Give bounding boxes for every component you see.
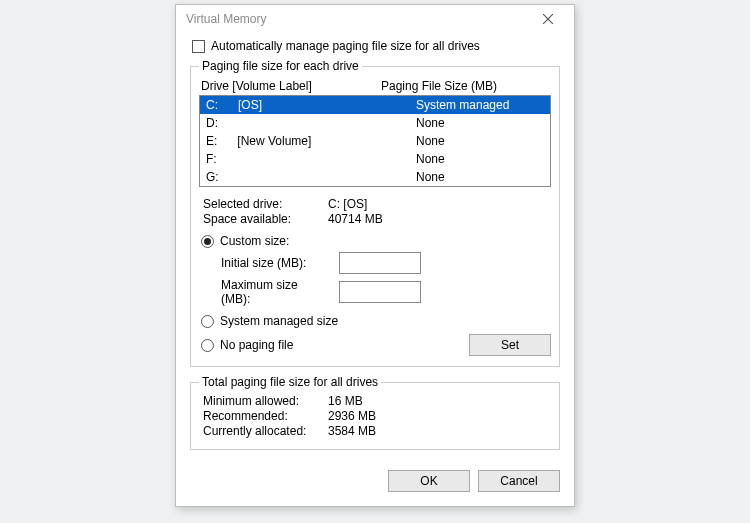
radio-none[interactable] xyxy=(201,339,214,352)
totals-legend: Total paging file size for all drives xyxy=(199,375,381,389)
recommended-value: 2936 MB xyxy=(328,409,551,423)
drive-row[interactable]: D: None xyxy=(200,114,550,132)
drive-label: E: [New Volume] xyxy=(206,133,416,149)
currently-allocated-label: Currently allocated: xyxy=(203,424,328,438)
initial-size-input[interactable] xyxy=(339,252,421,274)
close-icon xyxy=(543,14,553,24)
min-allowed-value: 16 MB xyxy=(328,394,551,408)
drive-label: D: xyxy=(206,115,416,131)
selected-drive-value: C: [OS] xyxy=(328,197,551,211)
currently-allocated-row: Currently allocated: 3584 MB xyxy=(203,424,551,438)
selected-drive-row: Selected drive: C: [OS] xyxy=(203,197,551,211)
radio-custom[interactable] xyxy=(201,235,214,248)
space-available-label: Space available: xyxy=(203,212,328,226)
max-size-input[interactable] xyxy=(339,281,421,303)
drive-size: System managed xyxy=(416,97,544,113)
radio-system-label: System managed size xyxy=(220,314,338,328)
radio-none-row[interactable]: No paging file xyxy=(201,338,293,352)
drive-size: None xyxy=(416,169,544,185)
space-available-row: Space available: 40714 MB xyxy=(203,212,551,226)
currently-allocated-value: 3584 MB xyxy=(328,424,551,438)
drive-size: None xyxy=(416,115,544,131)
titlebar: Virtual Memory xyxy=(176,5,574,33)
drive-row[interactable]: C: [OS]System managed xyxy=(200,96,550,114)
totals-group: Total paging file size for all drives Mi… xyxy=(190,375,560,450)
recommended-row: Recommended: 2936 MB xyxy=(203,409,551,423)
radio-none-label: No paging file xyxy=(220,338,293,352)
set-row: No paging file Set xyxy=(199,334,551,356)
drive-size: None xyxy=(416,133,544,149)
drives-legend: Paging file size for each drive xyxy=(199,59,362,73)
radio-system-row[interactable]: System managed size xyxy=(201,314,551,328)
radio-custom-row[interactable]: Custom size: xyxy=(201,234,551,248)
max-size-row: Maximum size (MB): xyxy=(221,278,551,306)
set-button[interactable]: Set xyxy=(469,334,551,356)
space-available-value: 40714 MB xyxy=(328,212,551,226)
header-size: Paging File Size (MB) xyxy=(381,79,551,93)
min-allowed-row: Minimum allowed: 16 MB xyxy=(203,394,551,408)
drive-label: G: xyxy=(206,169,416,185)
dialog-footer: OK Cancel xyxy=(176,470,574,506)
drive-size: None xyxy=(416,151,544,167)
drive-label: C: [OS] xyxy=(206,97,416,113)
virtual-memory-dialog: Virtual Memory Automatically manage pagi… xyxy=(175,4,575,507)
auto-manage-label: Automatically manage paging file size fo… xyxy=(211,39,480,53)
auto-manage-row[interactable]: Automatically manage paging file size fo… xyxy=(192,39,560,53)
max-size-label: Maximum size (MB): xyxy=(221,278,329,306)
drive-row[interactable]: F: None xyxy=(200,150,550,168)
recommended-label: Recommended: xyxy=(203,409,328,423)
window-title: Virtual Memory xyxy=(186,12,528,26)
drives-group: Paging file size for each drive Drive [V… xyxy=(190,59,560,367)
drive-label: F: xyxy=(206,151,416,167)
auto-manage-checkbox[interactable] xyxy=(192,40,205,53)
drive-list-header: Drive [Volume Label] Paging File Size (M… xyxy=(201,79,551,93)
drive-list[interactable]: C: [OS]System managedD: NoneE: [New Volu… xyxy=(199,95,551,187)
min-allowed-label: Minimum allowed: xyxy=(203,394,328,408)
drive-row[interactable]: G: None xyxy=(200,168,550,186)
ok-button[interactable]: OK xyxy=(388,470,470,492)
radio-system[interactable] xyxy=(201,315,214,328)
drive-row[interactable]: E: [New Volume]None xyxy=(200,132,550,150)
close-button[interactable] xyxy=(528,7,568,31)
initial-size-row: Initial size (MB): xyxy=(221,252,551,274)
selected-drive-label: Selected drive: xyxy=(203,197,328,211)
initial-size-label: Initial size (MB): xyxy=(221,256,329,270)
dialog-body: Automatically manage paging file size fo… xyxy=(176,33,574,470)
radio-custom-label: Custom size: xyxy=(220,234,289,248)
cancel-button[interactable]: Cancel xyxy=(478,470,560,492)
header-drive: Drive [Volume Label] xyxy=(201,79,381,93)
